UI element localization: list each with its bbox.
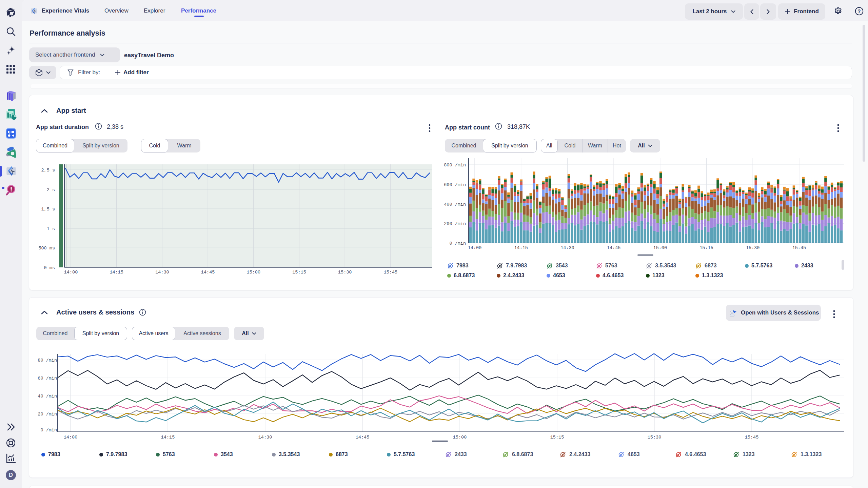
svg-text:15:45: 15:45 (384, 270, 398, 275)
svg-text:15:15: 15:15 (699, 245, 713, 250)
svg-text:1 s: 1 s (47, 226, 55, 231)
svg-text:14:45: 14:45 (356, 435, 370, 440)
svg-text:14:00: 14:00 (64, 435, 78, 440)
svg-text:400 /min: 400 /min (444, 202, 466, 207)
svg-text:15:30: 15:30 (746, 245, 760, 250)
svg-text:600 /min: 600 /min (444, 182, 466, 187)
svg-text:0 /min: 0 /min (449, 241, 466, 246)
svg-text:14:30: 14:30 (258, 435, 272, 440)
svg-text:14:00: 14:00 (468, 245, 482, 250)
svg-text:15:45: 15:45 (745, 435, 759, 440)
svg-text:14:45: 14:45 (607, 245, 621, 250)
svg-text:0 ms: 0 ms (44, 265, 55, 270)
svg-text:2,5 s: 2,5 s (41, 168, 55, 173)
svg-text:?: ? (858, 8, 861, 14)
svg-text:0 /min: 0 /min (40, 428, 57, 433)
svg-text:60 /min: 60 /min (38, 376, 57, 381)
svg-text:14:15: 14:15 (110, 270, 123, 275)
svg-text:14:15: 14:15 (514, 245, 528, 250)
svg-text:80 /min: 80 /min (38, 358, 57, 363)
svg-text:14:30: 14:30 (155, 270, 169, 275)
svg-text:200 /min: 200 /min (444, 221, 466, 226)
svg-text:15:30: 15:30 (338, 270, 352, 275)
svg-text:14:15: 14:15 (161, 435, 175, 440)
svg-text:500 ms: 500 ms (38, 246, 55, 251)
svg-text:15:00: 15:00 (453, 435, 467, 440)
svg-text:2 s: 2 s (47, 187, 55, 192)
svg-text:20 /min: 20 /min (38, 412, 57, 417)
svg-text:40 /min: 40 /min (38, 394, 57, 399)
svg-text:800 /min: 800 /min (444, 163, 466, 168)
svg-text:15:00: 15:00 (247, 270, 261, 275)
svg-text:15:45: 15:45 (792, 245, 806, 250)
svg-text:15:15: 15:15 (550, 435, 564, 440)
svg-text:15:30: 15:30 (648, 435, 662, 440)
svg-text:14:45: 14:45 (201, 270, 215, 275)
svg-text:14:00: 14:00 (64, 270, 78, 275)
svg-text:15:15: 15:15 (292, 270, 306, 275)
svg-text:14:30: 14:30 (560, 245, 574, 250)
svg-text:1,5 s: 1,5 s (41, 207, 55, 212)
svg-text:15:00: 15:00 (653, 245, 667, 250)
